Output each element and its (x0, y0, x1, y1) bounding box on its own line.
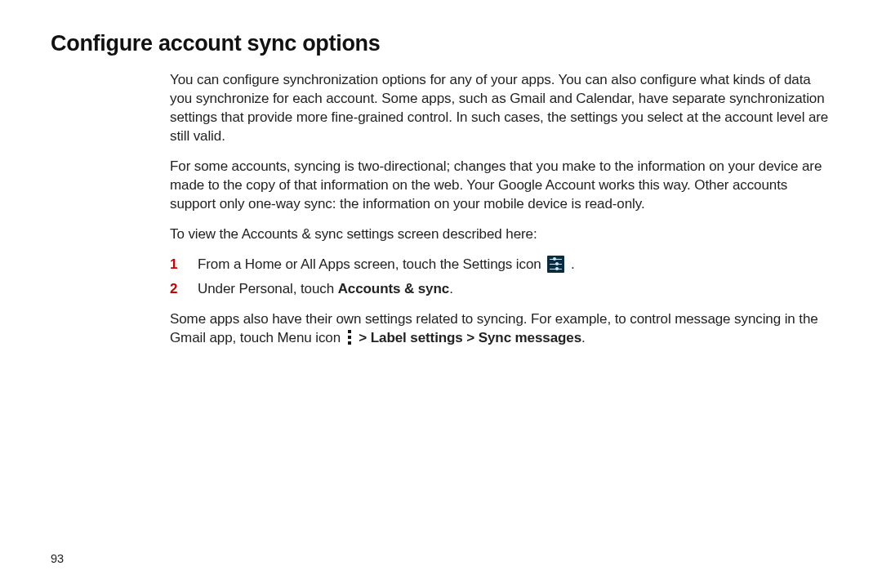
step-2-bold: Accounts & sync (338, 281, 449, 296)
step-1-text-after: . (571, 256, 575, 272)
step-1-text-before: From a Home or All Apps screen, touch th… (198, 256, 545, 272)
step-2-suffix: . (449, 281, 453, 296)
ordered-steps: 1 From a Home or All Apps screen, touch … (170, 256, 831, 300)
step-2: 2 Under Personal, touch Accounts & sync. (170, 280, 831, 299)
step-text: Under Personal, touch Accounts & sync. (198, 280, 831, 299)
trailing-suffix: . (581, 330, 586, 345)
paragraph-1: You can configure synchronization option… (170, 71, 831, 146)
step-number: 1 (170, 256, 198, 274)
step-text: From a Home or All Apps screen, touch th… (198, 256, 831, 274)
paragraph-3: To view the Accounts & sync settings scr… (170, 225, 831, 244)
body-content: You can configure synchronization option… (170, 71, 831, 348)
page-title: Configure account sync options (51, 31, 831, 56)
settings-icon (547, 256, 564, 273)
step-2-prefix: Under Personal, touch (198, 281, 338, 296)
paragraph-2: For some accounts, syncing is two-direct… (170, 158, 831, 214)
trailing-paragraph: Some apps also have their own settings r… (170, 310, 831, 348)
step-number: 2 (170, 280, 198, 299)
trailing-bold: > Label settings > Sync messages (355, 330, 581, 345)
page-number: 93 (51, 552, 64, 565)
menu-overflow-icon (347, 330, 353, 345)
step-1: 1 From a Home or All Apps screen, touch … (170, 256, 831, 274)
